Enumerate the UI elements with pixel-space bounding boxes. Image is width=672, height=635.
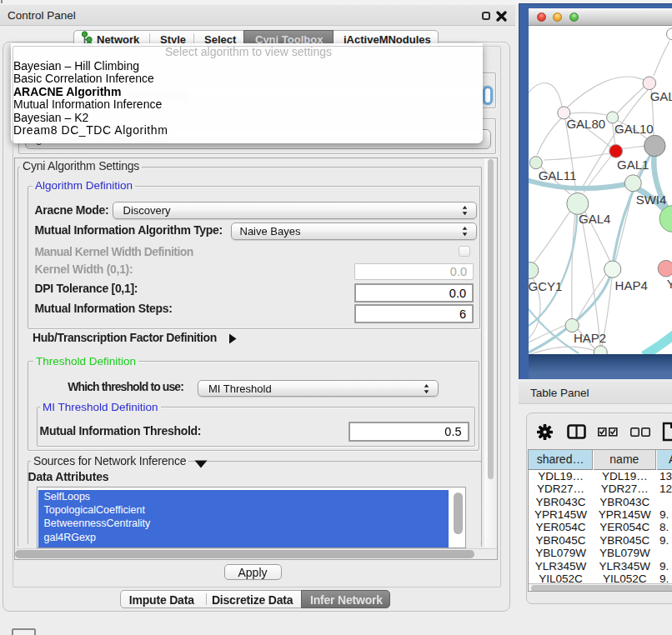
svg-text:HAP4: HAP4 (615, 278, 648, 292)
svg-text:SWI4: SWI4 (636, 192, 667, 207)
svg-text:Y: Y (667, 277, 672, 291)
svg-text:GAL1: GAL1 (617, 158, 649, 172)
svg-text:HAP2: HAP2 (574, 331, 606, 345)
svg-text:GAL10: GAL10 (614, 122, 654, 136)
svg-text:GAL80: GAL80 (566, 117, 605, 131)
svg-text:GAL4: GAL4 (579, 212, 610, 226)
svg-text:GCY1: GCY1 (529, 279, 562, 293)
svg-text:GAL11: GAL11 (539, 168, 577, 182)
svg-text:GAL7: GAL7 (650, 89, 672, 103)
